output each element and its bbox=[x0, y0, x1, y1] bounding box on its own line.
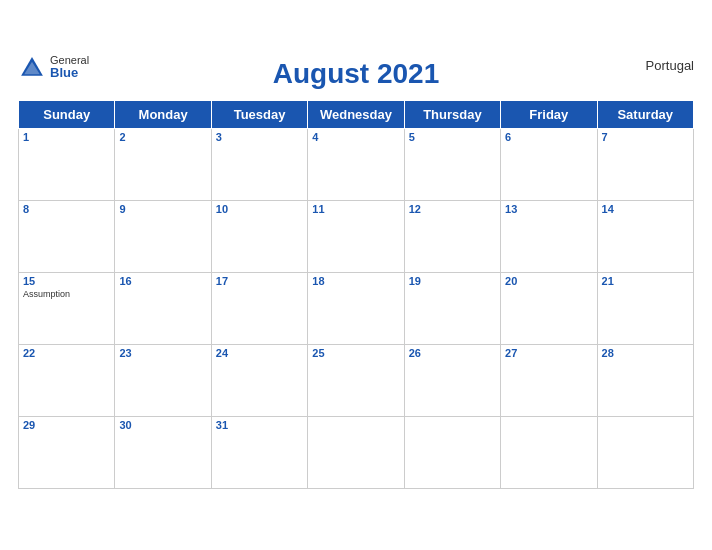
day-number: 4 bbox=[312, 131, 399, 143]
day-cell: 3 bbox=[211, 128, 307, 200]
day-cell: 29 bbox=[19, 416, 115, 488]
day-cell: 1 bbox=[19, 128, 115, 200]
day-cell: 31 bbox=[211, 416, 307, 488]
week-row-1: 1234567 bbox=[19, 128, 694, 200]
day-cell: 5 bbox=[404, 128, 500, 200]
day-cell: 21 bbox=[597, 272, 693, 344]
day-number: 23 bbox=[119, 347, 206, 359]
logo-blue-text: Blue bbox=[50, 66, 89, 80]
weekday-header-row: Sunday Monday Tuesday Wednesday Thursday… bbox=[19, 100, 694, 128]
day-number: 29 bbox=[23, 419, 110, 431]
logo-text: General Blue bbox=[50, 54, 89, 80]
day-cell: 26 bbox=[404, 344, 500, 416]
day-number: 31 bbox=[216, 419, 303, 431]
day-cell: 6 bbox=[501, 128, 597, 200]
week-row-3: 15Assumption161718192021 bbox=[19, 272, 694, 344]
day-cell: 27 bbox=[501, 344, 597, 416]
day-cell: 2 bbox=[115, 128, 211, 200]
day-cell: 18 bbox=[308, 272, 404, 344]
day-number: 11 bbox=[312, 203, 399, 215]
day-cell: 24 bbox=[211, 344, 307, 416]
week-row-5: 293031 bbox=[19, 416, 694, 488]
day-number: 26 bbox=[409, 347, 496, 359]
day-number: 14 bbox=[602, 203, 689, 215]
day-number: 17 bbox=[216, 275, 303, 287]
col-friday: Friday bbox=[501, 100, 597, 128]
day-cell bbox=[501, 416, 597, 488]
day-cell: 30 bbox=[115, 416, 211, 488]
day-cell: 9 bbox=[115, 200, 211, 272]
logo-icon bbox=[18, 54, 46, 82]
day-cell: 13 bbox=[501, 200, 597, 272]
day-cell: 11 bbox=[308, 200, 404, 272]
col-tuesday: Tuesday bbox=[211, 100, 307, 128]
day-number: 3 bbox=[216, 131, 303, 143]
day-cell: 4 bbox=[308, 128, 404, 200]
day-cell bbox=[404, 416, 500, 488]
day-number: 7 bbox=[602, 131, 689, 143]
calendar-header: General Blue August 2021 Portugal bbox=[18, 54, 694, 94]
day-number: 19 bbox=[409, 275, 496, 287]
day-number: 1 bbox=[23, 131, 110, 143]
day-number: 10 bbox=[216, 203, 303, 215]
day-number: 18 bbox=[312, 275, 399, 287]
day-number: 25 bbox=[312, 347, 399, 359]
day-cell: 15Assumption bbox=[19, 272, 115, 344]
day-number: 12 bbox=[409, 203, 496, 215]
col-sunday: Sunday bbox=[19, 100, 115, 128]
day-number: 2 bbox=[119, 131, 206, 143]
day-number: 13 bbox=[505, 203, 592, 215]
day-number: 8 bbox=[23, 203, 110, 215]
day-cell: 7 bbox=[597, 128, 693, 200]
day-number: 21 bbox=[602, 275, 689, 287]
day-number: 15 bbox=[23, 275, 110, 287]
day-number: 5 bbox=[409, 131, 496, 143]
col-monday: Monday bbox=[115, 100, 211, 128]
day-number: 22 bbox=[23, 347, 110, 359]
day-cell: 25 bbox=[308, 344, 404, 416]
day-number: 28 bbox=[602, 347, 689, 359]
day-number: 16 bbox=[119, 275, 206, 287]
day-number: 20 bbox=[505, 275, 592, 287]
col-wednesday: Wednesday bbox=[308, 100, 404, 128]
calendar-title: August 2021 bbox=[273, 58, 440, 90]
week-row-4: 22232425262728 bbox=[19, 344, 694, 416]
col-thursday: Thursday bbox=[404, 100, 500, 128]
day-cell: 20 bbox=[501, 272, 597, 344]
day-cell: 8 bbox=[19, 200, 115, 272]
day-event: Assumption bbox=[23, 289, 110, 299]
day-number: 30 bbox=[119, 419, 206, 431]
day-number: 27 bbox=[505, 347, 592, 359]
day-cell: 22 bbox=[19, 344, 115, 416]
day-cell: 12 bbox=[404, 200, 500, 272]
day-cell: 10 bbox=[211, 200, 307, 272]
day-cell bbox=[597, 416, 693, 488]
col-saturday: Saturday bbox=[597, 100, 693, 128]
day-cell: 16 bbox=[115, 272, 211, 344]
day-cell: 23 bbox=[115, 344, 211, 416]
logo-area: General Blue bbox=[18, 54, 89, 82]
day-number: 9 bbox=[119, 203, 206, 215]
day-number: 6 bbox=[505, 131, 592, 143]
day-cell: 17 bbox=[211, 272, 307, 344]
country-label: Portugal bbox=[646, 58, 694, 73]
day-cell bbox=[308, 416, 404, 488]
calendar-container: General Blue August 2021 Portugal Sunday… bbox=[0, 44, 712, 507]
day-number: 24 bbox=[216, 347, 303, 359]
day-cell: 28 bbox=[597, 344, 693, 416]
day-cell: 19 bbox=[404, 272, 500, 344]
calendar-grid: Sunday Monday Tuesday Wednesday Thursday… bbox=[18, 100, 694, 489]
day-cell: 14 bbox=[597, 200, 693, 272]
week-row-2: 891011121314 bbox=[19, 200, 694, 272]
